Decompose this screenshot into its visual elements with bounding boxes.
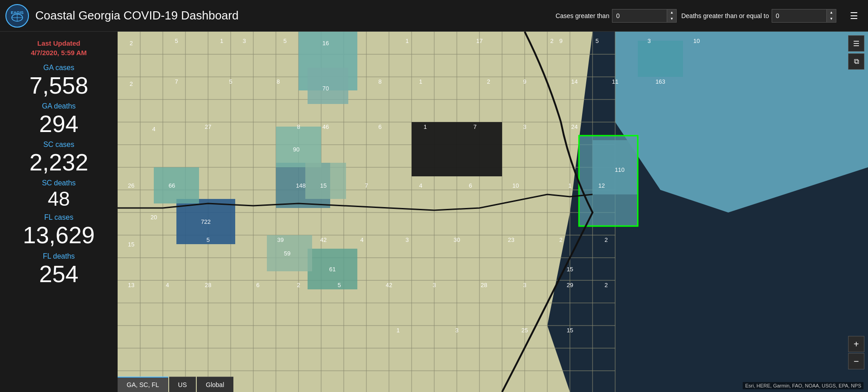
svg-text:4: 4 [360, 236, 363, 243]
svg-text:3: 3 [242, 38, 246, 44]
svg-text:14: 14 [571, 78, 578, 85]
svg-text:8: 8 [378, 78, 381, 85]
ga-cases-label: GA cases [5, 64, 112, 72]
last-updated-label: Last Updated [5, 39, 112, 48]
main-content: Last Updated 4/7/2020, 5:59 AM GA cases … [0, 32, 868, 392]
svg-text:26: 26 [128, 182, 134, 189]
ga-deaths-label: GA deaths [5, 102, 112, 110]
svg-text:59: 59 [284, 250, 290, 257]
svg-text:110: 110 [615, 166, 625, 173]
svg-text:7: 7 [473, 123, 476, 130]
svg-text:1: 1 [396, 327, 399, 334]
svg-text:4: 4 [419, 182, 422, 189]
svg-text:10: 10 [512, 182, 519, 189]
sc-cases-value: 2,232 [5, 150, 112, 175]
svg-text:4: 4 [166, 282, 169, 288]
svg-text:3: 3 [523, 123, 526, 130]
svg-text:15: 15 [320, 182, 327, 189]
svg-rect-57 [305, 163, 346, 199]
list-icon: ☰ [853, 39, 859, 48]
deaths-increment-button[interactable]: ▲ [827, 9, 836, 16]
svg-text:1: 1 [419, 78, 422, 85]
list-view-button[interactable]: ☰ [848, 35, 864, 52]
cases-filter-group: Cases greater than ▲ ▼ [555, 9, 677, 23]
svg-text:2: 2 [604, 282, 607, 288]
svg-text:16: 16 [323, 40, 329, 47]
map-area[interactable]: 2 5 1 3 5 16 1 17 2 5 3 10 9 2 7 5 8 70 … [118, 32, 868, 392]
svg-rect-59 [457, 122, 502, 176]
svg-text:7: 7 [175, 78, 178, 85]
zoom-out-button[interactable]: − [848, 353, 864, 369]
cases-filter-label: Cases greater than [555, 12, 609, 19]
svg-text:46: 46 [323, 123, 329, 130]
map-tabs: GA, SC, FL US Global [118, 377, 233, 392]
deaths-filter-group: Deaths greater than or equal to ▲ ▼ [681, 9, 836, 23]
svg-text:163: 163 [655, 78, 665, 85]
zoom-controls: + − [848, 336, 864, 369]
tab-us[interactable]: US [169, 377, 196, 392]
map-icon-controls: ☰ ⧉ [848, 35, 864, 70]
svg-text:66: 66 [169, 182, 175, 189]
svg-text:8: 8 [297, 123, 300, 130]
cases-increment-button[interactable]: ▲ [667, 9, 676, 16]
cases-filter-input[interactable] [612, 10, 667, 21]
deaths-decrement-button[interactable]: ▼ [827, 16, 836, 22]
svg-text:11: 11 [612, 78, 618, 85]
tab-ga-sc-fl[interactable]: GA, SC, FL [118, 377, 168, 392]
svg-rect-51 [638, 41, 683, 77]
svg-text:2: 2 [487, 78, 490, 85]
svg-text:5: 5 [337, 282, 341, 288]
layers-icon: ⧉ [854, 57, 859, 66]
svg-text:10: 10 [693, 38, 700, 44]
cases-filter-input-wrap: ▲ ▼ [612, 9, 677, 23]
svg-text:28: 28 [481, 282, 487, 288]
svg-text:13: 13 [128, 282, 134, 288]
deaths-filter-label: Deaths greater than or equal to [681, 12, 769, 19]
cases-decrement-button[interactable]: ▼ [667, 16, 676, 22]
svg-text:2: 2 [559, 236, 562, 243]
menu-button[interactable]: ☰ [845, 9, 863, 23]
cases-spinner: ▲ ▼ [667, 9, 676, 22]
filter-controls: Cases greater than ▲ ▼ Deaths greater th… [555, 9, 863, 23]
layers-button[interactable]: ⧉ [848, 53, 864, 70]
svg-text:9: 9 [559, 38, 562, 44]
svg-text:7: 7 [365, 182, 368, 189]
map-attribution: Esri, HERE, Garmin, FAO, NOAA, USGS, EPA… [743, 382, 863, 389]
svg-rect-53 [154, 167, 199, 203]
svg-text:6: 6 [378, 123, 381, 130]
svg-text:1: 1 [220, 38, 223, 44]
tab-global[interactable]: Global [197, 377, 233, 392]
svg-rect-58 [412, 122, 457, 176]
svg-text:42: 42 [320, 236, 327, 243]
svg-text:2: 2 [129, 40, 133, 47]
svg-text:1: 1 [405, 38, 408, 44]
page-title: Coastal Georgia COVID-19 Dashboard [35, 9, 555, 23]
sc-cases-label: SC cases [5, 141, 112, 149]
svg-text:1: 1 [423, 123, 427, 130]
svg-text:6: 6 [256, 282, 259, 288]
deaths-filter-input[interactable] [772, 10, 826, 21]
svg-text:6: 6 [469, 182, 472, 189]
fl-deaths-label: FL deaths [5, 252, 112, 260]
header: EAGIS Coastal Georgia COVID-19 Dashboard… [0, 0, 868, 32]
svg-text:61: 61 [329, 266, 336, 273]
zoom-in-button[interactable]: + [848, 336, 864, 352]
svg-text:3: 3 [432, 282, 436, 288]
svg-text:12: 12 [598, 182, 605, 189]
svg-text:3: 3 [523, 282, 526, 288]
svg-text:39: 39 [277, 236, 284, 243]
fl-deaths-value: 254 [5, 261, 112, 287]
svg-text:15: 15 [128, 241, 134, 248]
svg-text:42: 42 [386, 282, 392, 288]
svg-text:70: 70 [323, 85, 329, 92]
svg-text:5: 5 [206, 236, 209, 243]
svg-text:5: 5 [175, 38, 178, 44]
svg-text:2: 2 [550, 38, 553, 44]
svg-text:28: 28 [205, 282, 211, 288]
svg-text:148: 148 [296, 182, 306, 189]
svg-text:3: 3 [647, 38, 650, 44]
deaths-filter-input-wrap: ▲ ▼ [772, 9, 836, 23]
svg-text:25: 25 [522, 327, 528, 334]
svg-text:2: 2 [129, 80, 133, 87]
sc-deaths-label: SC deaths [5, 179, 112, 187]
